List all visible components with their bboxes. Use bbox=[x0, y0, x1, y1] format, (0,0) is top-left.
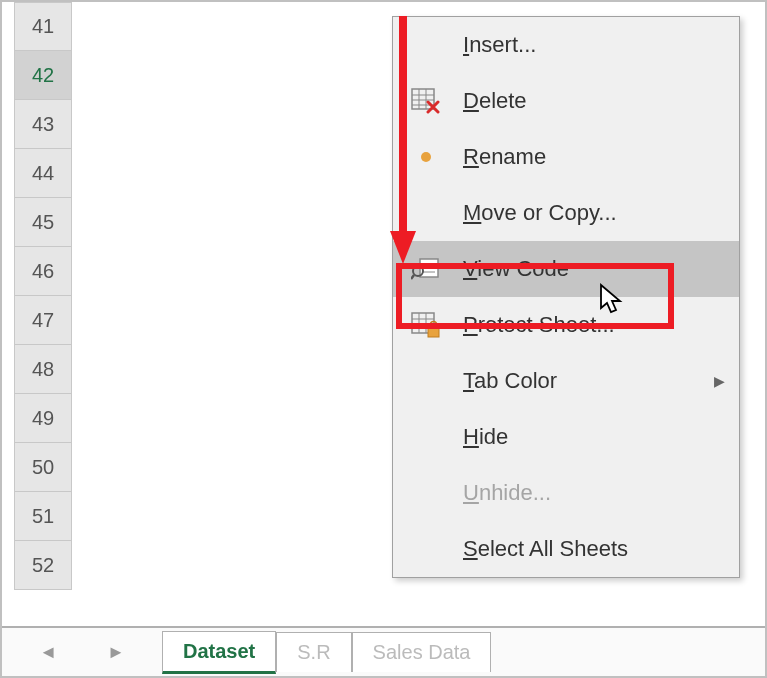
menu-move-copy[interactable]: Move or Copy... bbox=[393, 185, 739, 241]
context-menu: Insert... Delete Rename Move or Copy... bbox=[392, 16, 740, 578]
blank-icon bbox=[407, 422, 445, 452]
submenu-arrow-icon: ▶ bbox=[714, 373, 725, 389]
row-header[interactable]: 47 bbox=[14, 296, 72, 345]
row-header[interactable]: 49 bbox=[14, 394, 72, 443]
blank-icon bbox=[407, 534, 445, 564]
sheet-tab-active[interactable]: Dataset bbox=[162, 631, 276, 674]
view-code-icon bbox=[407, 254, 445, 284]
sheet-tabs-bar: ◄ ► Dataset S.R Sales Data bbox=[2, 626, 765, 676]
tab-nav-arrows[interactable]: ◄ ► bbox=[2, 642, 162, 663]
row-header[interactable]: 48 bbox=[14, 345, 72, 394]
row-header-selected[interactable]: 42 bbox=[14, 51, 72, 100]
row-header[interactable]: 45 bbox=[14, 198, 72, 247]
svg-rect-18 bbox=[428, 328, 439, 337]
sheet-tab[interactable]: Sales Data bbox=[352, 632, 492, 672]
row-header[interactable]: 41 bbox=[14, 2, 72, 51]
menu-unhide: Unhide... bbox=[393, 465, 739, 521]
row-header[interactable]: 46 bbox=[14, 247, 72, 296]
row-header[interactable]: 43 bbox=[14, 100, 72, 149]
row-header[interactable]: 51 bbox=[14, 492, 72, 541]
nav-right-icon[interactable]: ► bbox=[107, 642, 125, 663]
nav-left-icon[interactable]: ◄ bbox=[39, 642, 57, 663]
blank-icon bbox=[407, 198, 445, 228]
menu-delete[interactable]: Delete bbox=[393, 73, 739, 129]
row-headers: 41 42 43 44 45 46 47 48 49 50 51 52 bbox=[14, 2, 72, 590]
row-header[interactable]: 52 bbox=[14, 541, 72, 590]
row-header[interactable]: 50 bbox=[14, 443, 72, 492]
menu-select-all-sheets[interactable]: Select All Sheets bbox=[393, 521, 739, 577]
menu-view-code[interactable]: View Code bbox=[393, 241, 739, 297]
protect-sheet-icon bbox=[407, 310, 445, 340]
blank-icon bbox=[407, 30, 445, 60]
menu-protect-sheet[interactable]: Protect Sheet... bbox=[393, 297, 739, 353]
delete-sheet-icon bbox=[407, 86, 445, 116]
blank-icon bbox=[407, 366, 445, 396]
sheet-tab[interactable]: S.R bbox=[276, 632, 351, 672]
row-header[interactable]: 44 bbox=[14, 149, 72, 198]
svg-line-12 bbox=[411, 275, 414, 279]
menu-rename[interactable]: Rename bbox=[393, 129, 739, 185]
menu-hide[interactable]: Hide bbox=[393, 409, 739, 465]
svg-point-6 bbox=[421, 152, 431, 162]
bullet-icon bbox=[407, 142, 445, 172]
blank-icon bbox=[407, 478, 445, 508]
menu-insert[interactable]: Insert... bbox=[393, 17, 739, 73]
menu-tab-color[interactable]: Tab Color ▶ bbox=[393, 353, 739, 409]
